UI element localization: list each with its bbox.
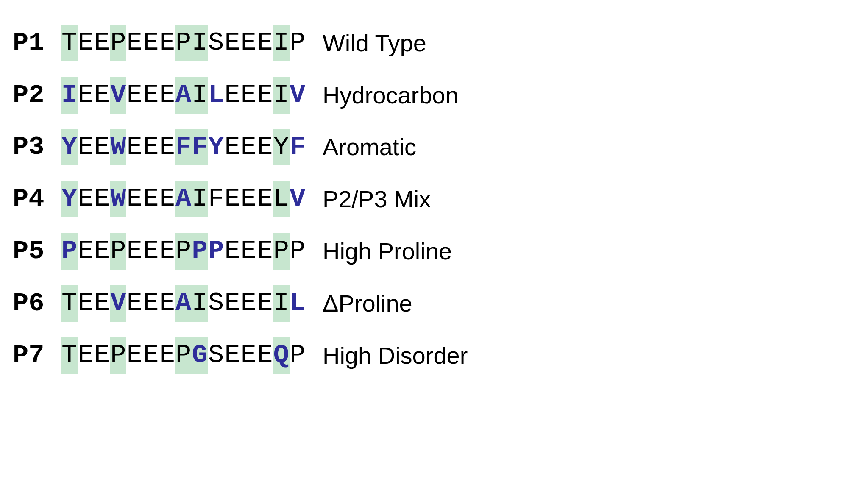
row-description: Aromatic — [306, 121, 468, 173]
sequence-alignment-table: P1TEEPEEEPISEEEIPWild TypeP2IEEVEEEAILEE… — [13, 17, 468, 381]
residue: I — [192, 285, 208, 322]
row-description: High Proline — [306, 225, 468, 277]
residue: E — [78, 129, 94, 166]
residue: E — [240, 285, 256, 322]
sequence: TEEPEEEPGSEEEQP — [61, 329, 306, 381]
residue: P — [290, 233, 306, 270]
residue: V — [110, 285, 126, 322]
residue: W — [110, 181, 126, 217]
residue: E — [126, 181, 142, 217]
residue: E — [143, 233, 159, 270]
row-description: P2/P3 Mix — [306, 173, 468, 225]
residue: I — [192, 77, 208, 114]
row-id: P5 — [13, 225, 61, 277]
residue: E — [159, 285, 175, 322]
residue: Y — [208, 129, 224, 166]
residue: L — [273, 181, 289, 217]
residue: T — [61, 337, 77, 374]
residue: P — [110, 25, 126, 61]
residue: E — [143, 129, 159, 166]
residue: Q — [273, 337, 289, 374]
residue: E — [143, 25, 159, 61]
residue: E — [94, 25, 110, 61]
residue: E — [143, 181, 159, 217]
residue: E — [224, 129, 240, 166]
residue: E — [78, 181, 94, 217]
residue: E — [240, 25, 256, 61]
residue: E — [94, 337, 110, 374]
residue: E — [224, 337, 240, 374]
residue: E — [240, 129, 256, 166]
residue: E — [257, 77, 273, 114]
residue: E — [78, 25, 94, 61]
residue: W — [110, 129, 126, 166]
row-id: P6 — [13, 277, 61, 329]
residue: S — [208, 337, 224, 374]
residue: E — [224, 77, 240, 114]
residue: E — [143, 285, 159, 322]
residue: P — [110, 337, 126, 374]
residue: E — [240, 233, 256, 270]
residue: L — [290, 285, 306, 322]
residue: A — [175, 77, 191, 114]
residue: E — [159, 337, 175, 374]
residue: F — [290, 129, 306, 166]
sequence-row: P5PEEPEEEPPPEEEPPHigh Proline — [13, 225, 468, 277]
sequence: YEEWEEEFFYEEEYF — [61, 121, 306, 173]
residue: E — [94, 285, 110, 322]
sequence-row: P6TEEVEEEAISEEEILΔProline — [13, 277, 468, 329]
residue: E — [257, 337, 273, 374]
residue: E — [78, 77, 94, 114]
sequence: YEEWEEEAIFEEELV — [61, 173, 306, 225]
residue: F — [208, 181, 224, 217]
residue: E — [257, 233, 273, 270]
residue: E — [143, 77, 159, 114]
residue: E — [159, 233, 175, 270]
residue: E — [159, 25, 175, 61]
residue: P — [61, 233, 77, 270]
row-id: P4 — [13, 173, 61, 225]
residue: E — [126, 129, 142, 166]
row-description: ΔProline — [306, 277, 468, 329]
sequence: PEEPEEEPPPEEEPP — [61, 225, 306, 277]
residue: V — [290, 181, 306, 217]
residue: T — [61, 25, 77, 61]
residue: E — [224, 25, 240, 61]
residue: E — [78, 337, 94, 374]
residue: P — [290, 337, 306, 374]
residue: A — [175, 285, 191, 322]
sequence-row: P3YEEWEEEFFYEEEYFAromatic — [13, 121, 468, 173]
residue: E — [224, 181, 240, 217]
row-description: High Disorder — [306, 329, 468, 381]
sequence-row: P2IEEVEEEAILEEEIVHydrocarbon — [13, 69, 468, 121]
residue: Y — [61, 129, 77, 166]
residue: E — [224, 285, 240, 322]
residue: I — [273, 77, 289, 114]
residue: E — [94, 77, 110, 114]
residue: E — [159, 129, 175, 166]
residue: E — [126, 233, 142, 270]
residue: F — [192, 129, 208, 166]
row-id: P3 — [13, 121, 61, 173]
residue: P — [208, 233, 224, 270]
sequence: IEEVEEEAILEEEIV — [61, 69, 306, 121]
residue: E — [240, 337, 256, 374]
residue: S — [208, 25, 224, 61]
row-description: Hydrocarbon — [306, 69, 468, 121]
residue: P — [273, 233, 289, 270]
residue: G — [192, 337, 208, 374]
sequence-row: P7TEEPEEEPGSEEEQPHigh Disorder — [13, 329, 468, 381]
residue: P — [175, 25, 191, 61]
residue: E — [257, 129, 273, 166]
residue: E — [126, 77, 142, 114]
residue: P — [192, 233, 208, 270]
residue: E — [94, 233, 110, 270]
sequence-row: P1TEEPEEEPISEEEIPWild Type — [13, 17, 468, 69]
residue: V — [290, 77, 306, 114]
residue: E — [257, 25, 273, 61]
residue: P — [110, 233, 126, 270]
residue: E — [240, 181, 256, 217]
residue: E — [224, 233, 240, 270]
residue: Y — [273, 129, 289, 166]
residue: P — [175, 233, 191, 270]
